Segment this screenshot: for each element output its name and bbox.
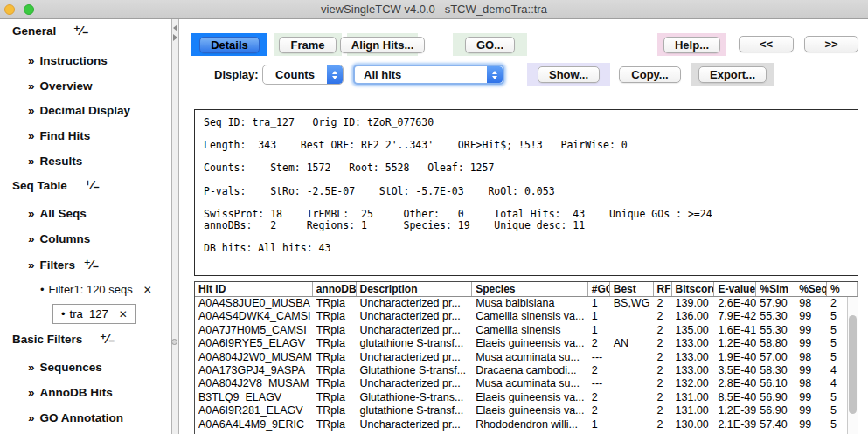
table-cell: 55.30: [756, 310, 795, 323]
filter1-entry[interactable]: •Filter1: 120 seqs✕: [40, 283, 152, 297]
table-cell: BS,WG: [610, 297, 654, 310]
show-button[interactable]: Show...: [538, 66, 600, 83]
sidebar-item-columns[interactable]: »Columns: [28, 232, 90, 246]
table-cell: 58.30: [756, 364, 795, 377]
counts-select[interactable]: Counts: [262, 65, 344, 85]
table-cell: ---: [588, 377, 610, 390]
plus-minus-icon[interactable]: ⁺⁄₋: [85, 178, 100, 192]
sidebar-item-all-seqs[interactable]: »All Seqs: [28, 207, 87, 221]
go-tab-panel: GO...: [453, 33, 527, 56]
table-cell: TRpla: [313, 310, 357, 323]
sidebar-item-decimal-display[interactable]: »Decimal Display: [28, 104, 130, 118]
export-panel: Export...: [691, 63, 774, 86]
chevron-icon: »: [28, 207, 35, 220]
table-row[interactable]: A0A4S8JUE0_MUSBATRplaUncharacterized pr.…: [195, 297, 858, 310]
copy-button[interactable]: Copy...: [619, 66, 681, 83]
info-line: P-vals: StRo: -2.5E-07 StOl: -5.7E-03 Ro…: [204, 186, 858, 197]
table-row[interactable]: A0A6A4L4M9_9ERICTRplaUncharacterized pr.…: [195, 418, 858, 431]
column-header[interactable]: %Sim: [756, 282, 795, 296]
table-row[interactable]: A0A173GPJ4_9ASPATRplaGlutathione S-trans…: [195, 364, 858, 377]
table-cell: Rhododendron willi...: [472, 418, 588, 431]
table-scrollbar-thumb[interactable]: [849, 315, 857, 414]
table-cell: 2: [654, 310, 672, 323]
collapse-right-icon[interactable]: [173, 34, 177, 41]
split-divider[interactable]: [171, 19, 179, 434]
table-scrollbar[interactable]: [847, 297, 858, 434]
column-header[interactable]: Description: [357, 282, 473, 296]
table-cell: TRpla: [313, 337, 357, 350]
export-button[interactable]: Export...: [698, 66, 767, 83]
tra-127-chip[interactable]: •tra_127✕: [52, 304, 136, 324]
plus-minus-icon[interactable]: ⁺⁄₋: [84, 258, 99, 272]
hit-table-body: A0A4S8JUE0_MUSBATRplaUncharacterized pr.…: [195, 297, 858, 431]
help-panel: Help...: [657, 33, 726, 56]
info-line: Counts: Stem: 1572 Root: 5528 Oleaf: 125…: [204, 162, 858, 174]
sidebar-item-annodb-hits[interactable]: »AnnoDB Hits: [28, 386, 113, 400]
table-row[interactable]: A0A6I9R281_ELAGVTRplaglutathione S-trans…: [195, 404, 858, 417]
sidebar-item-sequences[interactable]: »Sequences: [28, 361, 102, 375]
table-cell: A0A7J7H0M5_CAMSI: [195, 324, 313, 337]
column-header[interactable]: Species: [472, 282, 588, 296]
table-cell: 2.6E-40: [714, 297, 756, 310]
table-cell: 2: [654, 391, 672, 404]
go-button[interactable]: GO...: [465, 37, 515, 53]
column-header[interactable]: %Seq: [795, 282, 827, 296]
prev-button[interactable]: <<: [739, 36, 794, 52]
sidebar-item-overview[interactable]: »Overview: [28, 79, 93, 93]
table-row[interactable]: A0A6I9RYE5_ELAGVTRplaglutathione S-trans…: [195, 337, 858, 350]
seq-details-panel: Seq ID: tra_127 Orig ID: tZoR_077630Leng…: [194, 109, 858, 276]
column-header[interactable]: %: [827, 282, 858, 296]
column-header[interactable]: Best: [610, 282, 654, 296]
sidebar-item-go-annotation[interactable]: »GO Annotation: [28, 411, 123, 425]
table-cell: [610, 391, 654, 404]
sidebar-item-results[interactable]: »Results: [28, 155, 82, 169]
details-button[interactable]: Details: [199, 37, 260, 53]
close-icon[interactable]: ✕: [143, 284, 152, 296]
sidebar-item-instructions[interactable]: »Instructions: [28, 54, 108, 68]
close-icon[interactable]: ✕: [119, 308, 128, 320]
next-button[interactable]: >>: [804, 36, 858, 52]
table-cell: 57.40: [756, 418, 795, 431]
column-header[interactable]: RF: [654, 282, 672, 296]
info-line: annoDBs: 2 Regions: 1 Species: 19 Unique…: [204, 220, 858, 231]
table-cell: 130.00: [672, 418, 715, 431]
table-row[interactable]: A0A804J2W0_MUSAMTRplaUncharacterized pr.…: [195, 351, 858, 364]
table-cell: A0A804J2V8_MUSAM: [195, 377, 313, 390]
table-row[interactable]: B3TLQ9_ELAGVTRplaGlutathione-S-trans...E…: [195, 391, 858, 404]
column-header[interactable]: annoDB: [313, 282, 357, 296]
sidebar-item-label: Decimal Display: [40, 104, 131, 117]
align-hits-button[interactable]: Align Hits...: [340, 37, 426, 53]
table-cell: 1: [588, 297, 610, 310]
table-cell: 1.9E-40: [714, 351, 756, 364]
frame-tab-panel: Frame: [274, 33, 342, 56]
table-cell: B3TLQ9_ELAGV: [195, 391, 313, 404]
sidebar-item-label: All Seqs: [40, 207, 87, 220]
hits-select[interactable]: All hits: [353, 65, 504, 85]
chevron-icon: »: [28, 411, 35, 424]
plus-minus-icon[interactable]: ⁺⁄₋: [100, 332, 115, 346]
table-cell: [610, 364, 654, 377]
info-line: [204, 174, 858, 185]
column-header[interactable]: E-value: [714, 282, 756, 296]
sidebar-item-filters[interactable]: »Filters⁺⁄₋: [28, 258, 99, 272]
display-label: Display:: [214, 68, 259, 81]
sidebar-item-find-hits[interactable]: »Find Hits: [28, 129, 90, 143]
column-header[interactable]: #GO: [588, 282, 610, 296]
plus-minus-icon[interactable]: ⁺⁄₋: [73, 24, 88, 38]
table-cell: A0A6I9RYE5_ELAGV: [195, 337, 313, 350]
table-cell: 133.00: [672, 351, 715, 364]
divider-grip-icon[interactable]: [171, 339, 177, 345]
table-row[interactable]: A0A804J2V8_MUSAMTRplaUncharacterized pr.…: [195, 377, 858, 390]
column-header[interactable]: Bitscore: [672, 282, 715, 296]
frame-button[interactable]: Frame: [279, 37, 336, 53]
help-button[interactable]: Help...: [663, 37, 720, 53]
table-cell: 2.8E-40: [714, 377, 756, 390]
collapse-left-icon[interactable]: [173, 24, 177, 31]
sidebar-item-label: GO Annotation: [40, 411, 123, 424]
chevron-icon: »: [28, 258, 35, 272]
hit-table-header[interactable]: Hit IDannoDBDescriptionSpecies#GOBestRFB…: [195, 282, 858, 297]
column-header[interactable]: Hit ID: [195, 282, 313, 296]
table-row[interactable]: A0A4S4DWK4_CAMSITRplaUncharacterized pr.…: [195, 310, 858, 323]
table-row[interactable]: A0A7J7H0M5_CAMSITRplaUncharacterized pr.…: [195, 324, 858, 337]
hit-table: Hit IDannoDBDescriptionSpecies#GOBestRFB…: [194, 281, 858, 434]
